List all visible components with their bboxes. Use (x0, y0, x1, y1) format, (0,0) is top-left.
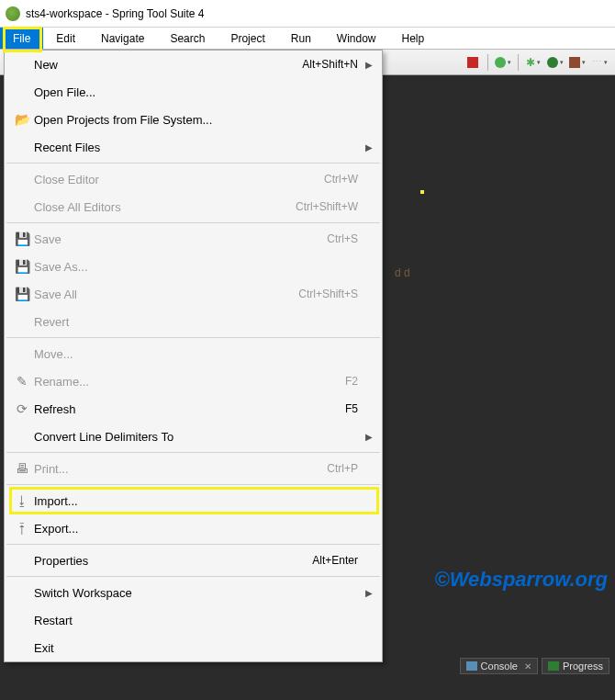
menuitem-accelerator: Ctrl+W (324, 173, 358, 186)
menuitem-export[interactable]: ⭱Export... (5, 514, 382, 542)
menu-help[interactable]: Help (389, 28, 438, 49)
menu-edit[interactable]: Edit (43, 28, 88, 49)
menuitem-accelerator: Alt+Enter (312, 554, 358, 567)
pencil-icon: ✎ (10, 374, 34, 389)
menuitem-import[interactable]: ⭳Import... (5, 487, 382, 514)
menuitem-label: Refresh (34, 402, 345, 416)
menubar: File Edit Navigate Search Project Run Wi… (0, 28, 615, 50)
menuitem-label: Rename... (34, 375, 345, 389)
menu-navigate[interactable]: Navigate (88, 28, 157, 49)
menu-run[interactable]: Run (278, 28, 324, 49)
menuitem-label: Open Projects from File System... (34, 113, 358, 127)
menuitem-revert: Revert (5, 308, 382, 335)
titlebar: sts4-workspace - Spring Tool Suite 4 (0, 0, 615, 28)
menuitem-save-all: 💾Save AllCtrl+Shift+S (5, 280, 382, 308)
refresh-icon: ⟳ (10, 401, 34, 416)
menuitem-label: Convert Line Delimiters To (34, 430, 358, 444)
menuitem-refresh[interactable]: ⟳RefreshF5 (5, 395, 382, 423)
menuitem-save-as: 💾Save As... (5, 253, 382, 280)
menu-file[interactable]: File (0, 28, 43, 49)
editor-hint-text: d d (395, 266, 410, 279)
menuitem-move: Move... (5, 340, 382, 367)
disk-icon: 💾 (10, 259, 34, 274)
menuitem-label: Open File... (34, 85, 358, 99)
caret-indicator (420, 190, 424, 194)
menuitem-label: Close Editor (34, 173, 324, 186)
menuitem-label: New (34, 58, 302, 72)
menuitem-accelerator: Ctrl+Shift+W (296, 200, 358, 213)
app-icon (6, 6, 20, 21)
close-icon[interactable]: ✕ (524, 661, 531, 672)
menuitem-print: 🖶Print...Ctrl+P (5, 455, 382, 482)
menuitem-restart[interactable]: Restart (5, 606, 382, 634)
menuitem-switch-workspace[interactable]: Switch Workspace▶ (5, 579, 382, 606)
submenu-arrow-icon: ▶ (358, 142, 373, 152)
menuitem-save: 💾SaveCtrl+S (5, 225, 382, 253)
console-icon (466, 661, 477, 671)
menuitem-rename: ✎Rename...F2 (5, 367, 382, 395)
disk-icon: 💾 (10, 231, 34, 246)
menuitem-label: Save (34, 232, 327, 246)
menuitem-label: Exit (34, 641, 358, 655)
progress-tab-label: Progress (563, 660, 603, 672)
menuitem-label: Save All (34, 288, 298, 301)
menuitem-new[interactable]: NewAlt+Shift+N▶ (5, 51, 382, 78)
disk-icon: 💾 (10, 287, 34, 301)
menuitem-open-projects-from-file-system[interactable]: 📂Open Projects from File System... (5, 106, 382, 133)
toolbar-debug-dropdown[interactable]: ✱ (523, 52, 543, 73)
menuitem-label: Export... (34, 522, 358, 536)
console-tab-label: Console (481, 660, 518, 672)
bottom-views: Console ✕ Progress (460, 658, 609, 674)
toolbar-run-dropdown[interactable] (493, 52, 513, 73)
menuitem-label: Properties (34, 554, 312, 568)
toolbar-ext-dropdown[interactable] (567, 52, 587, 73)
menuitem-properties[interactable]: PropertiesAlt+Enter (5, 547, 382, 574)
menuitem-accelerator: Alt+Shift+N (302, 58, 358, 71)
menuitem-close-editor: Close EditorCtrl+W (5, 165, 382, 193)
menuitem-accelerator: Ctrl+P (327, 462, 358, 475)
menuitem-label: Close All Editors (34, 200, 296, 214)
menuitem-label: Print... (34, 462, 327, 476)
console-view-tab[interactable]: Console ✕ (460, 658, 538, 674)
submenu-arrow-icon: ▶ (358, 588, 373, 598)
progress-icon (548, 661, 559, 671)
menuitem-recent-files[interactable]: Recent Files▶ (5, 133, 382, 161)
menuitem-open-file[interactable]: Open File... (5, 78, 382, 106)
toolbar-stop-button[interactable] (463, 52, 483, 73)
export-icon: ⭱ (10, 521, 34, 536)
menuitem-label: Move... (34, 347, 358, 361)
menuitem-accelerator: F5 (345, 402, 358, 415)
menu-search[interactable]: Search (157, 28, 218, 49)
menuitem-exit[interactable]: Exit (5, 634, 382, 661)
submenu-arrow-icon: ▶ (358, 60, 373, 70)
menuitem-accelerator: Ctrl+Shift+S (298, 288, 358, 300)
menuitem-label: Recent Files (34, 141, 358, 154)
menu-project[interactable]: Project (218, 28, 277, 49)
window-title: sts4-workspace - Spring Tool Suite 4 (26, 7, 205, 20)
menuitem-convert-line-delimiters-to[interactable]: Convert Line Delimiters To▶ (5, 423, 382, 450)
file-menu-dropdown: NewAlt+Shift+N▶Open File...📂Open Project… (4, 50, 383, 662)
progress-view-tab[interactable]: Progress (542, 658, 609, 674)
print-icon: 🖶 (10, 461, 34, 476)
watermark: ©Websparrow.org (434, 568, 608, 592)
menuitem-label: Import... (34, 494, 358, 508)
menuitem-label: Switch Workspace (34, 586, 358, 600)
import-icon: ⭳ (10, 493, 34, 508)
menuitem-close-all-editors: Close All EditorsCtrl+Shift+W (5, 193, 382, 220)
submenu-arrow-icon: ▶ (358, 432, 373, 442)
menu-window[interactable]: Window (324, 28, 389, 49)
menuitem-accelerator: F2 (345, 375, 358, 388)
menuitem-accelerator: Ctrl+S (327, 232, 358, 245)
toolbar-more-dropdown[interactable]: ⋯ (589, 52, 609, 73)
menuitem-label: Restart (34, 614, 358, 627)
menuitem-label: Save As... (34, 260, 358, 274)
folder-icon: 📂 (10, 112, 34, 127)
menuitem-label: Revert (34, 315, 358, 329)
toolbar-run-dropdown-2[interactable] (545, 52, 565, 73)
